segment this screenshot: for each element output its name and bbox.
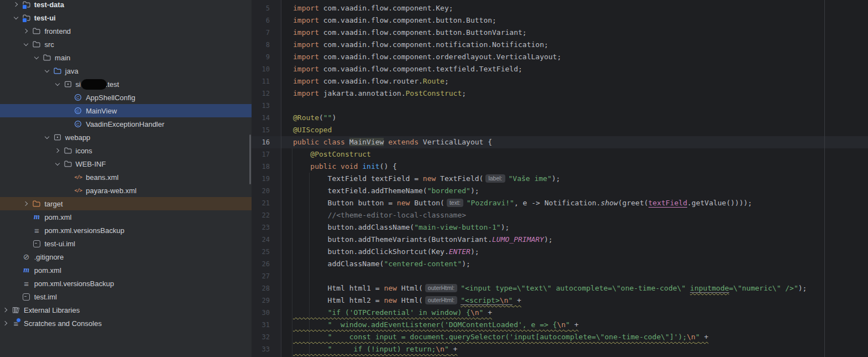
chevron-down-icon[interactable] bbox=[12, 13, 20, 22]
line-number[interactable]: 19 bbox=[252, 173, 270, 185]
code-line-11[interactable]: 11import com.vaadin.flow.router.Route; bbox=[252, 75, 868, 87]
line-number[interactable]: 16 bbox=[252, 136, 270, 148]
chevron-down-icon[interactable] bbox=[32, 53, 41, 62]
code-line-13[interactable]: 13 bbox=[252, 100, 868, 112]
line-number[interactable]: 33 bbox=[252, 343, 270, 355]
line-number[interactable]: 7 bbox=[252, 27, 270, 39]
line-number[interactable]: 25 bbox=[252, 246, 270, 258]
line-number[interactable]: 18 bbox=[252, 161, 270, 173]
chevron-spacer bbox=[12, 266, 20, 275]
line-number[interactable]: 31 bbox=[252, 319, 270, 331]
code-editor[interactable]: 4import com.vaadin.flow.component.Html;5… bbox=[252, 0, 868, 357]
chevron-down-icon[interactable] bbox=[43, 66, 51, 75]
tree-row-payara-web-xml[interactable]: </>payara-web.xml bbox=[0, 184, 252, 197]
code-line-18[interactable]: 18 public void init() { bbox=[252, 161, 868, 173]
code-line-8[interactable]: 8import com.vaadin.flow.component.notifi… bbox=[252, 39, 868, 51]
code-line-22[interactable]: 22 //<theme-editor-local-classname> bbox=[252, 209, 868, 221]
tree-row-si[interactable]: si.test bbox=[0, 77, 252, 91]
code-line-23[interactable]: 23 button.addClassName("main-view-button… bbox=[252, 221, 868, 234]
class-icon: C bbox=[74, 120, 82, 128]
chevron-down-icon[interactable] bbox=[22, 40, 30, 49]
chevron-right-icon[interactable] bbox=[53, 146, 62, 155]
tree-row-beans-xml[interactable]: </>beans.xml bbox=[0, 170, 252, 184]
code-line-24[interactable]: 24 button.addThemeVariants(ButtonVariant… bbox=[252, 234, 868, 246]
code-line-6[interactable]: 6import com.vaadin.flow.component.button… bbox=[252, 14, 868, 27]
tree-row-web-inf[interactable]: WEB-INF bbox=[0, 157, 252, 170]
line-number[interactable]: 15 bbox=[252, 124, 270, 136]
line-number[interactable]: 27 bbox=[252, 270, 270, 282]
code-line-17[interactable]: 17 @PostConstruct bbox=[252, 148, 868, 161]
line-number[interactable]: 26 bbox=[252, 258, 270, 270]
tree-row-mainview[interactable]: CMainView bbox=[0, 104, 252, 117]
line-number[interactable]: 13 bbox=[252, 100, 270, 112]
line-number[interactable]: 23 bbox=[252, 221, 270, 234]
tree-row-pom-xml[interactable]: mpom.xml bbox=[0, 210, 252, 224]
tree-row-pom-xml[interactable]: mpom.xml bbox=[0, 263, 252, 277]
line-number[interactable]: 12 bbox=[252, 87, 270, 100]
code-line-19[interactable]: 19 TextField textField = new TextField(l… bbox=[252, 173, 868, 185]
tree-row-main[interactable]: main bbox=[0, 51, 252, 64]
code-line-7[interactable]: 7import com.vaadin.flow.component.button… bbox=[252, 27, 868, 39]
code-line-21[interactable]: 21 Button button = new Button(text:"Pozd… bbox=[252, 197, 868, 209]
line-number[interactable]: 9 bbox=[252, 51, 270, 63]
tree-row-icons[interactable]: icons bbox=[0, 144, 252, 157]
tree-row-src[interactable]: src bbox=[0, 38, 252, 51]
tree-row-test-data[interactable]: test-data bbox=[0, 0, 252, 11]
tree-row-external-libraries[interactable]: External Libraries bbox=[0, 303, 252, 317]
line-number[interactable]: 17 bbox=[252, 148, 270, 161]
tree-row-appshellconfig[interactable]: CAppShellConfig bbox=[0, 91, 252, 104]
chevron-down-icon[interactable] bbox=[53, 80, 62, 89]
tree-row-test-ui[interactable]: test-ui bbox=[0, 11, 252, 24]
code-line-5[interactable]: 5import com.vaadin.flow.component.Key; bbox=[252, 2, 868, 14]
code-line-16[interactable]: 16public class MainView extends Vertical… bbox=[252, 136, 868, 148]
code-line-27[interactable]: 27 bbox=[252, 270, 868, 282]
tree-row-vaadinexceptionhandler[interactable]: CVaadinExceptionHandler bbox=[0, 117, 252, 131]
chevron-down-icon[interactable] bbox=[43, 133, 51, 142]
tree-row--gitignore[interactable]: ⊘.gitignore bbox=[0, 250, 252, 263]
tree-row-frontend[interactable]: frontend bbox=[0, 24, 252, 38]
line-number[interactable]: 6 bbox=[252, 14, 270, 27]
line-number[interactable]: 14 bbox=[252, 112, 270, 124]
code-line-25[interactable]: 25 button.addClickShortcut(Key.ENTER); bbox=[252, 246, 868, 258]
code-line-31[interactable]: 31 " window.addEventListener('DOMContent… bbox=[252, 319, 868, 331]
tree-row-target[interactable]: target bbox=[0, 197, 252, 210]
code-line-12[interactable]: 12import jakarta.annotation.PostConstruc… bbox=[252, 87, 868, 100]
line-number[interactable]: 10 bbox=[252, 63, 270, 75]
tree-scrollbar-thumb[interactable] bbox=[249, 134, 251, 184]
line-number[interactable]: 28 bbox=[252, 282, 270, 294]
line-number[interactable]: 32 bbox=[252, 331, 270, 343]
tree-row-pom-xml-versionsbackup[interactable]: ≡pom.xml.versionsBackup bbox=[0, 224, 252, 237]
line-number[interactable]: 30 bbox=[252, 307, 270, 319]
chevron-right-icon[interactable] bbox=[1, 306, 10, 314]
tree-row-webapp[interactable]: webapp bbox=[0, 131, 252, 144]
tree-row-test-ui-iml[interactable]: test-ui.iml bbox=[0, 237, 252, 250]
tree-row-pom-xml-versionsbackup[interactable]: ≡pom.xml.versionsBackup bbox=[0, 277, 252, 290]
chevron-right-icon[interactable] bbox=[22, 27, 30, 35]
line-number[interactable]: 21 bbox=[252, 197, 270, 209]
code-line-14[interactable]: 14@Route("") bbox=[252, 112, 868, 124]
tree-row-test-iml[interactable]: test.iml bbox=[0, 290, 252, 303]
code-line-10[interactable]: 10import com.vaadin.flow.component.textf… bbox=[252, 63, 868, 75]
line-number[interactable]: 11 bbox=[252, 75, 270, 87]
line-number[interactable]: 5 bbox=[252, 2, 270, 14]
code-line-15[interactable]: 15@UIScoped bbox=[252, 124, 868, 136]
line-number[interactable]: 24 bbox=[252, 234, 270, 246]
chevron-right-icon[interactable] bbox=[1, 319, 10, 328]
code-line-32[interactable]: 32 " const input = document.querySelecto… bbox=[252, 331, 868, 343]
code-line-29[interactable]: 29 Html html2 = new Html(outerHtml:"<scr… bbox=[252, 294, 868, 307]
line-number[interactable]: 29 bbox=[252, 294, 270, 307]
code-line-28[interactable]: 28 Html html1 = new Html(outerHtml:"<inp… bbox=[252, 282, 868, 294]
line-number[interactable]: 8 bbox=[252, 39, 270, 51]
line-number[interactable]: 20 bbox=[252, 185, 270, 197]
tree-row-scratches-and-consoles[interactable]: ≡Scratches and Consoles bbox=[0, 317, 252, 330]
chevron-right-icon[interactable] bbox=[22, 199, 30, 208]
code-line-26[interactable]: 26 addClassName("centered-content"); bbox=[252, 258, 868, 270]
chevron-right-icon[interactable] bbox=[12, 0, 20, 9]
code-line-9[interactable]: 9import com.vaadin.flow.component.ordere… bbox=[252, 51, 868, 63]
line-number[interactable]: 22 bbox=[252, 209, 270, 221]
code-line-20[interactable]: 20 textField.addThemeName("bordered"); bbox=[252, 185, 868, 197]
chevron-down-icon[interactable] bbox=[53, 159, 62, 168]
code-line-30[interactable]: 30 "if ('OTPCredential' in window) {\n" … bbox=[252, 307, 868, 319]
code-line-33[interactable]: 33 " if (!input) return;\n" + bbox=[252, 343, 868, 355]
tree-row-java[interactable]: java bbox=[0, 64, 252, 77]
